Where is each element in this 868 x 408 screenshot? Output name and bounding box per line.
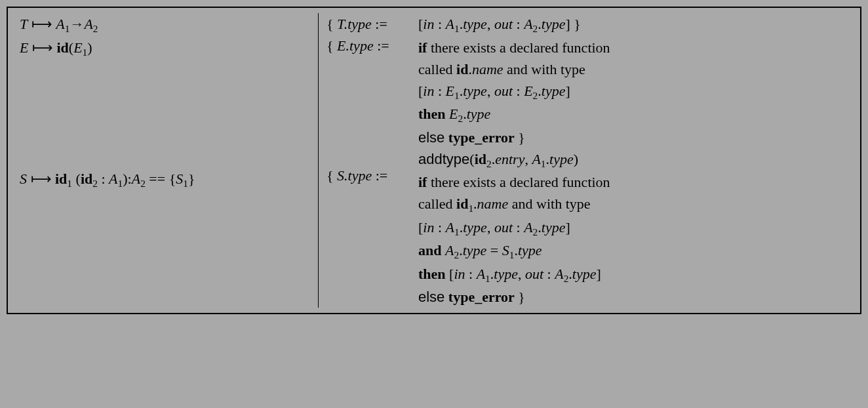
rhs-r3-3: [in : A1.type, out : A2.type] — [418, 216, 848, 240]
rhs-r2-1: called id.name and with type — [418, 58, 848, 80]
rhs-r2-0: if there exists a declared function — [418, 37, 848, 58]
lhs-r1: { T.type := — [326, 13, 418, 35]
lhs-r2: { E.type := — [326, 35, 418, 56]
production-r3: S ⟼ id1 (id2 : A1):A2 == {S1} — [20, 168, 311, 192]
rhs-r3-6: else type_error } — [418, 286, 848, 308]
rhs-r3-4: and A2.type = S1.type — [418, 239, 848, 263]
rhs-r3-1: if there exists a declared function — [418, 171, 848, 193]
production-r2: E ⟼ id(E1) — [20, 37, 311, 60]
production-r1: T ⟼ A1→A2 — [20, 13, 311, 37]
rhs-r3-0: addtype(id2.entry, A1.type) — [418, 148, 848, 172]
rhs-r2-3: then E2.type — [418, 103, 848, 127]
lhs-r3: { S.type := — [326, 165, 418, 186]
rules-table: T ⟼ A1→A2 E ⟼ id(E1) S ⟼ id1 (id2 : A1):… — [7, 7, 861, 314]
rhs-r1-0: [in : A1.type, out : A2.type] } — [418, 13, 848, 37]
rhs-r3-5: then [in : A1.type, out : A2.type] — [418, 263, 848, 287]
rhs-r2-2: [in : E1.type, out : E2.type] — [418, 80, 848, 104]
rhs-r3-2: called id1.name and with type — [418, 193, 848, 216]
rhs-r2-4: else type_error } — [418, 127, 848, 148]
semantics-column: { T.type := { E.type := { S.type := [in … — [319, 13, 848, 308]
production-column: T ⟼ A1→A2 E ⟼ id(E1) S ⟼ id1 (id2 : A1):… — [20, 13, 318, 308]
rhs-column: [in : A1.type, out : A2.type] } if there… — [418, 13, 848, 308]
lhs-column: { T.type := { E.type := { S.type := — [326, 13, 418, 308]
